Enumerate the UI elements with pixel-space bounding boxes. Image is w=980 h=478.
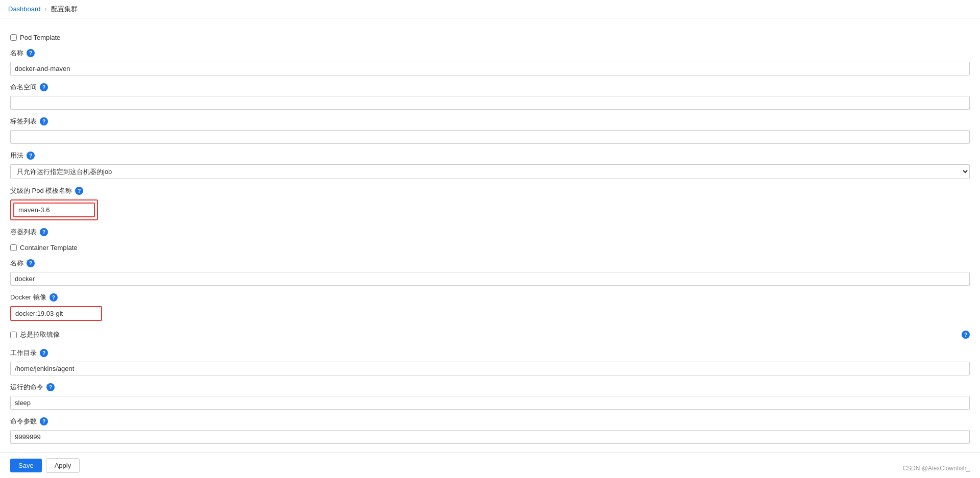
name-label: 名称 — [10, 48, 23, 58]
containers-section-header: 容器列表 ? — [10, 228, 970, 237]
main-content: Pod Template 名称 ? 命名空间 ? 标签列表 ? 用法 ? — [0, 18, 980, 478]
form-area: Pod Template 名称 ? 命名空间 ? 标签列表 ? 用法 ? — [0, 18, 980, 478]
namespace-input[interactable] — [10, 96, 970, 110]
docker-image-label: Docker 镜像 — [10, 293, 46, 302]
command-args-help-icon[interactable]: ? — [40, 417, 48, 425]
parent-pod-help-icon[interactable]: ? — [75, 187, 83, 195]
pod-template-checkbox[interactable] — [10, 34, 17, 41]
workdir-header: 工作目录 ? — [10, 348, 970, 358]
name-field — [10, 62, 970, 76]
container-name-header: 名称 ? — [10, 259, 970, 268]
bottom-action-bar: Save Apply — [0, 452, 980, 478]
parent-pod-highlight — [10, 199, 98, 220]
docker-image-header: Docker 镜像 ? — [10, 293, 970, 302]
container-name-label: 名称 — [10, 259, 23, 268]
watermark: CSDN @AlexClownfish_ — [902, 465, 970, 472]
namespace-help-icon[interactable]: ? — [40, 83, 48, 91]
workdir-field — [10, 362, 970, 375]
labels-label: 标签列表 — [10, 117, 37, 126]
container-name-field — [10, 272, 970, 286]
labels-section-header: 标签列表 ? — [10, 117, 970, 126]
labels-input[interactable] — [10, 130, 970, 144]
breadcrumb: Dashboard › 配置集群 — [0, 0, 980, 18]
always-pull-option: 总是拉取镜像 — [10, 330, 60, 339]
containers-help-icon[interactable]: ? — [40, 228, 48, 236]
docker-image-field — [10, 306, 970, 321]
container-template-checkbox[interactable] — [10, 244, 17, 251]
workdir-label: 工作目录 — [10, 348, 37, 358]
save-button[interactable]: Save — [10, 459, 42, 472]
run-command-help-icon[interactable]: ? — [46, 383, 55, 391]
namespace-section-header: 命名空间 ? — [10, 83, 970, 92]
workdir-input[interactable] — [10, 362, 970, 375]
usage-field: 只允许运行指定到这台机器的job — [10, 164, 970, 179]
nav-separator: › — [45, 6, 47, 13]
containers-label: 容器列表 — [10, 228, 37, 237]
run-command-field — [10, 396, 970, 410]
docker-image-input[interactable] — [10, 306, 102, 321]
labels-help-icon[interactable]: ? — [40, 117, 48, 125]
run-command-header: 运行的命令 ? — [10, 383, 970, 392]
docker-image-help-icon[interactable]: ? — [50, 293, 58, 301]
parent-pod-narrow — [13, 203, 95, 217]
namespace-label: 命名空间 — [10, 83, 37, 92]
always-pull-label: 总是拉取镜像 — [20, 330, 60, 339]
pod-template-label: Pod Template — [20, 34, 60, 41]
command-args-label: 命令参数 — [10, 417, 37, 426]
parent-pod-section-header: 父级的 Pod 模板名称 ? — [10, 186, 970, 195]
name-section-header: 名称 ? — [10, 48, 970, 58]
nav-current: 配置集群 — [51, 5, 78, 14]
usage-section-header: 用法 ? — [10, 151, 970, 160]
usage-help-icon[interactable]: ? — [27, 152, 35, 160]
pod-template-section-header: Pod Template — [10, 34, 970, 41]
usage-label: 用法 — [10, 151, 23, 160]
always-pull-checkbox[interactable] — [10, 332, 17, 338]
run-command-input[interactable] — [10, 396, 970, 410]
container-template-label: Container Template — [20, 244, 78, 251]
apply-button[interactable]: Apply — [46, 458, 80, 473]
parent-pod-label: 父级的 Pod 模板名称 — [10, 186, 72, 195]
name-input[interactable] — [10, 62, 970, 76]
container-name-help-icon[interactable]: ? — [27, 259, 35, 267]
usage-select[interactable]: 只允许运行指定到这台机器的job — [10, 164, 970, 179]
container-name-input[interactable] — [10, 272, 970, 286]
parent-pod-field — [10, 199, 970, 220]
container-template-header: Container Template — [10, 244, 970, 251]
command-args-input[interactable] — [10, 430, 970, 444]
command-args-field — [10, 430, 970, 444]
name-help-icon[interactable]: ? — [27, 49, 35, 57]
always-pull-row: 总是拉取镜像 ? — [10, 327, 970, 342]
nav-dashboard[interactable]: Dashboard — [8, 5, 41, 13]
labels-field — [10, 130, 970, 144]
always-pull-help-icon[interactable]: ? — [962, 331, 970, 339]
workdir-help-icon[interactable]: ? — [40, 349, 48, 357]
parent-pod-input[interactable] — [13, 203, 95, 217]
command-args-header: 命令参数 ? — [10, 417, 970, 426]
namespace-field — [10, 96, 970, 110]
run-command-label: 运行的命令 — [10, 383, 43, 392]
